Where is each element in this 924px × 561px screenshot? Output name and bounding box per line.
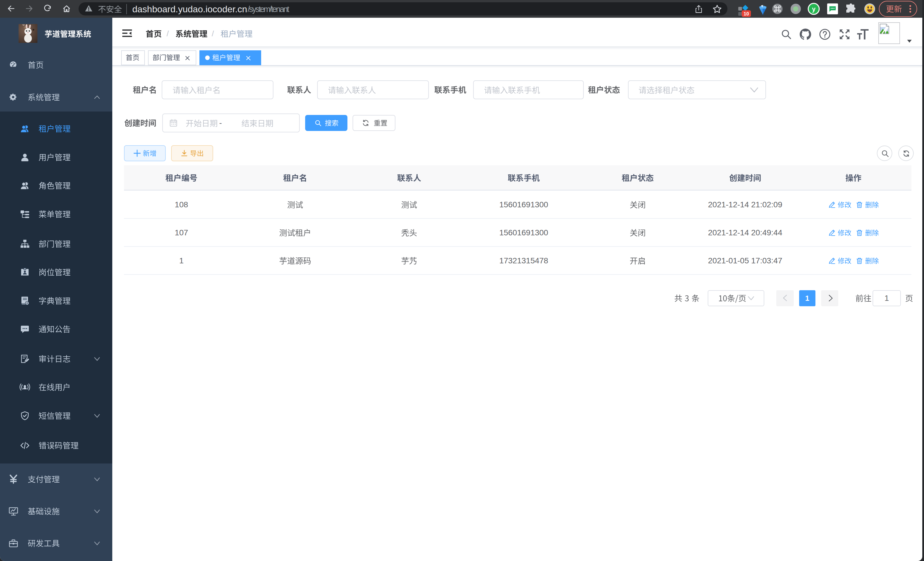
- svg-text:10: 10: [744, 11, 749, 17]
- svg-text:y: y: [812, 5, 816, 13]
